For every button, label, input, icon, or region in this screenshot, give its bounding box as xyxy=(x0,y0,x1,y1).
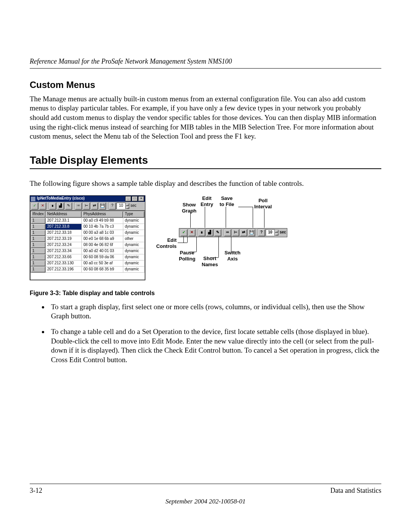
app-icon xyxy=(31,197,35,201)
table-row[interactable]: 1207.212.33.13000 a0 cc 50 3e afdynamic xyxy=(31,260,145,266)
cell-type[interactable]: dynamic xyxy=(123,266,144,272)
cell-ifindex[interactable]: 1 xyxy=(31,254,46,260)
poll-value-diagram: 10 xyxy=(266,229,275,236)
poll-interval-spinner[interactable] xyxy=(126,203,129,209)
col-ifindex[interactable]: IfIndex xyxy=(31,211,46,217)
cell-physaddress[interactable]: 00 a0 d2 40 01 03 xyxy=(82,248,123,254)
cell-type[interactable]: dynamic xyxy=(123,242,144,248)
close-button[interactable]: × xyxy=(138,196,144,201)
table-row[interactable]: 1207.212.33.800 10 4b 7a 7b c3dynamic xyxy=(31,224,145,230)
toolbar-sep xyxy=(222,229,223,236)
graph-icon: ▟ xyxy=(206,229,213,236)
check-icon: ✓ xyxy=(180,229,188,236)
cell-netaddress[interactable]: 207.212.33.24 xyxy=(46,242,82,248)
save-to-file-button[interactable]: 💾 xyxy=(99,202,106,210)
cell-ifindex[interactable]: 1 xyxy=(31,266,46,272)
cell-type[interactable]: other xyxy=(123,236,144,242)
table-row[interactable]: 1207.212.33.100 a0 c9 49 b9 88dynamic xyxy=(31,217,145,224)
table-row[interactable]: 1207.212.33.6600 60 08 59 da 06dynamic xyxy=(31,254,145,260)
maximize-button[interactable]: □ xyxy=(132,196,138,201)
edit-icon: ✎ xyxy=(214,229,221,236)
figure-caption: Figure 3-3: Table display and table cont… xyxy=(30,289,381,297)
cell-type[interactable]: dynamic xyxy=(123,248,144,254)
head-divider xyxy=(30,68,381,69)
cell-netaddress[interactable]: 207.212.33.19 xyxy=(46,236,82,242)
poll-spinner-diagram xyxy=(275,230,279,236)
poll-interval-unit: sec xyxy=(131,203,137,208)
table-row[interactable]: 1207.212.33.1800 00 a3 a8 1c 03dynamic xyxy=(31,230,145,236)
cell-physaddress[interactable]: 00 60 08 68 35 b9 xyxy=(82,266,123,272)
cell-netaddress[interactable]: 207.212.33.8 xyxy=(46,224,82,230)
table-row[interactable]: 1207.212.33.19600 60 08 68 35 b9dynamic xyxy=(31,266,145,272)
chapter-title: Data and Statistics xyxy=(330,486,381,495)
short-icon: ⩴ xyxy=(224,229,231,236)
para-table-display: The following figure shows a sample tabl… xyxy=(30,179,381,189)
help-button[interactable]: ? xyxy=(108,202,116,210)
para-custom-menus: The Manage menus are actually built-in c… xyxy=(30,94,381,141)
cell-ifindex[interactable]: 1 xyxy=(31,230,46,236)
axis-icon: ⊢ xyxy=(232,229,239,236)
table-row[interactable]: 1207.212.33.3400 a0 d2 40 01 03dynamic xyxy=(31,248,145,254)
cell-physaddress[interactable]: 08 00 4e 06 82 6f xyxy=(82,242,123,248)
poll-unit-diagram: sec xyxy=(280,230,286,235)
cell-netaddress[interactable]: 207.212.33.18 xyxy=(46,230,82,236)
cell-physaddress[interactable]: 00 10 4b 7a 7b c3 xyxy=(82,224,123,230)
table-row[interactable]: 1207.212.33.1900 e0 1e 68 6b a9other xyxy=(31,236,145,242)
cell-type[interactable]: dynamic xyxy=(123,217,144,224)
cell-ifindex[interactable]: 1 xyxy=(31,236,46,242)
minimize-button[interactable]: _ xyxy=(125,196,131,201)
callout-poll-interval: PollInterval xyxy=(254,198,272,210)
heading-custom-menus: Custom Menus xyxy=(30,79,381,91)
cell-netaddress[interactable]: 207.212.33.130 xyxy=(46,260,82,266)
cell-physaddress[interactable]: 00 00 a3 a8 1c 03 xyxy=(82,230,123,236)
cell-netaddress[interactable]: 207.212.33.66 xyxy=(46,254,82,260)
cross-edit-button[interactable]: ✕ xyxy=(39,202,46,210)
pause-polling-button[interactable]: ∎ xyxy=(49,202,56,210)
window-title: IpNetToMediaEntry (cisco) xyxy=(37,196,125,201)
window-titlebar: IpNetToMediaEntry (cisco) _ □ × xyxy=(30,196,145,202)
short-names-button[interactable]: ⩴ xyxy=(75,202,82,210)
cell-type[interactable]: dynamic xyxy=(123,224,144,230)
cell-type[interactable]: dynamic xyxy=(123,254,144,260)
toolbar-sep xyxy=(196,229,198,236)
check-edit-button[interactable]: ✓ xyxy=(31,202,38,210)
col-physaddress[interactable]: PhysAddress xyxy=(82,211,123,217)
switch-axis-button[interactable]: ⊢ xyxy=(83,202,90,210)
table-row[interactable]: 1207.212.33.2408 00 4e 06 82 6fdynamic xyxy=(31,242,145,248)
callout-edit-controls: EditControls xyxy=(153,237,177,250)
switch-button[interactable]: ⇄ xyxy=(91,202,98,210)
cell-physaddress[interactable]: 00 e0 1e 68 6b a9 xyxy=(82,236,123,242)
cell-ifindex[interactable]: 1 xyxy=(31,217,46,224)
running-head: Reference Manual for the ProSafe Network… xyxy=(30,57,381,68)
col-netaddress[interactable]: NetAddress xyxy=(46,211,82,217)
column-headers[interactable]: IfIndex NetAddress PhysAddress Type xyxy=(31,211,145,217)
cell-ifindex[interactable]: 1 xyxy=(31,260,46,266)
cell-netaddress[interactable]: 207.212.33.1 xyxy=(46,217,82,224)
callout-save-to-file: Saveto File xyxy=(220,195,234,208)
cell-type[interactable]: dynamic xyxy=(123,260,144,266)
bullet-list: To start a graph display, first select o… xyxy=(30,302,381,365)
toolbar-sep xyxy=(107,203,108,209)
heading-table-display: Table Display Elements xyxy=(30,153,381,167)
show-graph-button[interactable]: ▟ xyxy=(57,202,64,210)
page-number: 3-12 xyxy=(30,486,42,495)
cell-netaddress[interactable]: 207.212.33.34 xyxy=(46,248,82,254)
poll-interval-value[interactable]: 10 xyxy=(116,203,126,209)
cell-ifindex[interactable]: 1 xyxy=(31,224,46,230)
col-type[interactable]: Type xyxy=(123,211,144,217)
callout-show-graph: ShowGraph xyxy=(182,202,196,214)
toolbar-callouts: EditEntry Saveto File PollInterval ShowG… xyxy=(157,195,290,272)
toolbar-sep xyxy=(73,203,74,209)
window-toolbar: ✓ ✕ ∎ ▟ ✎ ⩴ ⊢ ⇄ 💾 ? 10 sec xyxy=(30,202,145,211)
cell-physaddress[interactable]: 00 a0 c9 49 b9 88 xyxy=(82,217,123,224)
cell-ifindex[interactable]: 1 xyxy=(31,248,46,254)
cell-ifindex[interactable]: 1 xyxy=(31,242,46,248)
table-grid[interactable]: IfIndex NetAddress PhysAddress Type 1207… xyxy=(30,211,145,280)
edit-entry-button[interactable]: ✎ xyxy=(65,202,72,210)
bullet-2: To change a table cell and do a Set Oper… xyxy=(49,327,381,365)
cell-physaddress[interactable]: 00 60 08 59 da 06 xyxy=(82,254,123,260)
switch-icon: ⇄ xyxy=(240,229,247,236)
cell-netaddress[interactable]: 207.212.33.196 xyxy=(46,266,82,272)
cell-type[interactable]: dynamic xyxy=(123,230,144,236)
cell-physaddress[interactable]: 00 a0 cc 50 3e af xyxy=(82,260,123,266)
